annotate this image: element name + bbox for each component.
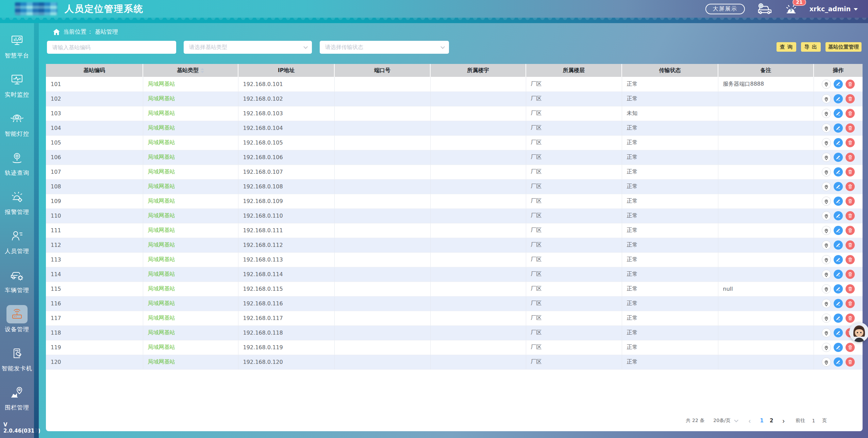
edit-button[interactable] [834,138,843,147]
locate-button[interactable] [822,240,831,250]
delete-button[interactable] [846,153,855,162]
locate-button[interactable] [822,357,831,367]
locate-button[interactable] [822,80,831,89]
sidebar-item-智能发卡机[interactable]: 智能发卡机 [0,339,34,378]
edit-button[interactable] [834,109,843,118]
query-button[interactable]: 查 询 [777,42,796,52]
sidebar-item-轨迹查询[interactable]: 轨迹查询 [0,143,34,182]
cell-type[interactable]: 局域网基站 [143,106,238,121]
transfer-status-select[interactable]: 请选择传输状态 [320,41,449,54]
delete-button[interactable] [846,357,855,367]
cell-type[interactable]: 局域网基站 [143,179,238,194]
edit-button[interactable] [834,182,843,191]
locate-button[interactable] [822,299,831,308]
delete-button[interactable] [846,226,855,235]
next-page-button[interactable]: › [779,417,788,425]
edit-button[interactable] [834,255,843,264]
big-screen-button[interactable]: 大屏展示 [705,4,745,14]
cell-type[interactable]: 局域网基站 [143,267,238,282]
sort-carets-icon[interactable] [201,68,204,73]
cell-type[interactable]: 局域网基站 [143,165,238,179]
locate-button[interactable] [822,255,831,264]
station-type-select[interactable]: 请选择基站类型 [184,41,312,54]
cell-type[interactable]: 局域网基站 [143,325,238,340]
sidebar-item-报警管理[interactable]: 报警管理 [0,182,34,221]
delete-button[interactable] [846,299,855,308]
edit-button[interactable] [834,299,843,308]
prev-page-button[interactable]: ‹ [745,417,754,425]
edit-button[interactable] [834,153,843,162]
delete-button[interactable] [846,343,855,352]
delete-button[interactable] [846,270,855,279]
export-button[interactable]: 导 出 [801,42,821,52]
cell-type[interactable]: 局域网基站 [143,77,238,91]
delete-button[interactable] [846,284,855,293]
delete-button[interactable] [846,182,855,191]
station-position-manage-button[interactable]: 基站位置管理 [825,42,862,52]
sidebar-item-实时监控[interactable]: 实时监控 [0,65,34,104]
delete-button[interactable] [846,240,855,250]
delete-button[interactable] [846,94,855,103]
locate-button[interactable] [822,109,831,118]
cell-type[interactable]: 局域网基站 [143,238,238,252]
edit-button[interactable] [834,343,843,352]
cell-type[interactable]: 局域网基站 [143,135,238,150]
sidebar-item-设备管理[interactable]: 设备管理 [0,300,34,339]
locate-button[interactable] [822,167,831,176]
delete-button[interactable] [846,314,855,323]
delete-button[interactable] [846,255,855,264]
edit-button[interactable] [834,211,843,220]
locate-button[interactable] [822,94,831,103]
edit-button[interactable] [834,226,843,235]
station-code-input[interactable] [52,44,171,51]
cell-type[interactable]: 局域网基站 [143,121,238,135]
edit-button[interactable] [834,270,843,279]
vehicle-icon[interactable] [757,3,772,15]
locate-button[interactable] [822,343,831,352]
edit-button[interactable] [834,123,843,133]
locate-button[interactable] [822,270,831,279]
locate-button[interactable] [822,226,831,235]
edit-button[interactable] [834,357,843,367]
user-menu[interactable]: xrkc_admin [809,5,858,13]
cell-type[interactable]: 局域网基站 [143,252,238,267]
delete-button[interactable] [846,123,855,133]
column-header-基站类型[interactable]: 基站类型 [143,64,238,77]
edit-button[interactable] [834,197,843,206]
cell-type[interactable]: 局域网基站 [143,355,238,369]
delete-button[interactable] [846,80,855,89]
cell-type[interactable]: 局域网基站 [143,150,238,165]
delete-button[interactable] [846,211,855,220]
page-button-1[interactable]: 1 [757,418,766,424]
edit-button[interactable] [834,314,843,323]
locate-button[interactable] [822,211,831,220]
goto-page-input[interactable]: 1 [809,418,818,423]
cell-type[interactable]: 局域网基站 [143,223,238,238]
locate-button[interactable] [822,153,831,162]
sidebar-item-车辆管理[interactable]: 车辆管理 [0,260,34,300]
alarm-siren-icon[interactable]: 21 [784,3,798,15]
cell-type[interactable]: 局域网基站 [143,91,238,106]
cell-type[interactable]: 局域网基站 [143,282,238,296]
edit-button[interactable] [834,240,843,250]
locate-button[interactable] [822,314,831,323]
delete-button[interactable] [846,197,855,206]
sidebar-item-智能灯控[interactable]: 智能灯控 [0,104,34,143]
delete-button[interactable] [846,167,855,176]
page-button-2[interactable]: 2 [767,418,776,424]
locate-button[interactable] [822,284,831,293]
locate-button[interactable] [822,197,831,206]
locate-button[interactable] [822,138,831,147]
sidebar-item-人员管理[interactable]: 人员管理 [0,221,34,260]
edit-button[interactable] [834,284,843,293]
cell-type[interactable]: 局域网基站 [143,194,238,208]
edit-button[interactable] [834,167,843,176]
cell-type[interactable]: 局域网基站 [143,208,238,223]
delete-button[interactable] [846,138,855,147]
assistant-avatar[interactable] [849,322,868,342]
cell-type[interactable]: 局域网基站 [143,340,238,355]
cell-type[interactable]: 局域网基站 [143,296,238,311]
locate-button[interactable] [822,123,831,133]
locate-button[interactable] [822,182,831,191]
page-size-select[interactable]: 20条/页 [713,418,737,424]
